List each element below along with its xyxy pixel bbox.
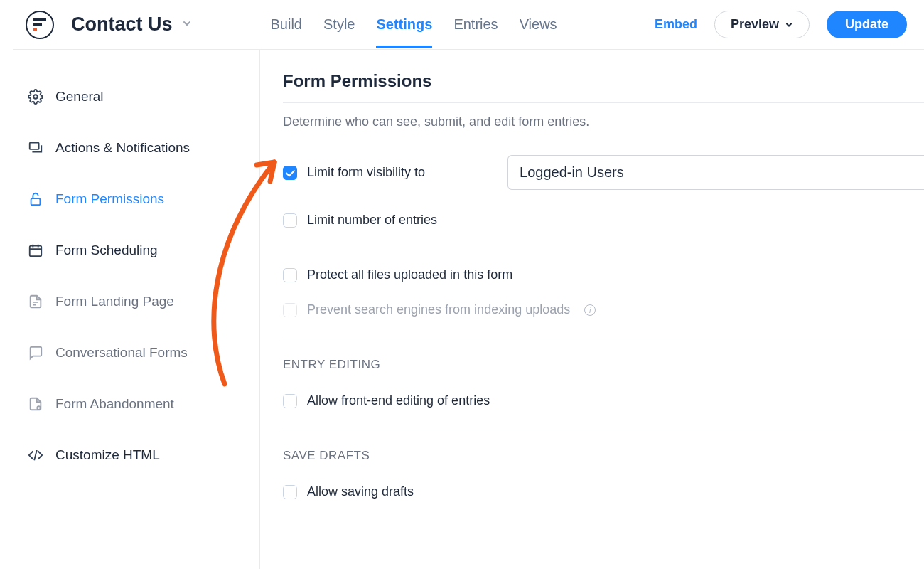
top-actions: Embed Preview Update [655,11,907,38]
sidebar-item-label: Conversational Forms [55,345,188,361]
allow-drafts-checkbox[interactable] [283,485,297,499]
lock-icon [27,191,44,207]
sidebar-item-abandonment[interactable]: Form Abandonment [13,378,259,430]
app-logo-icon [26,11,54,39]
calendar-icon [27,243,44,258]
tab-build[interactable]: Build [271,2,302,47]
svg-rect-6 [30,246,42,257]
svg-point-7 [37,406,41,410]
tab-entries[interactable]: Entries [453,2,498,47]
form-exit-icon [27,396,44,412]
preview-label: Preview [731,17,779,32]
sidebar-item-landing-page[interactable]: Form Landing Page [13,276,259,327]
protect-files-checkbox[interactable] [283,268,297,282]
embed-link[interactable]: Embed [655,17,697,32]
svg-rect-1 [33,23,42,26]
sidebar-item-general[interactable]: General [13,71,259,122]
sidebar-item-label: Form Permissions [55,191,164,207]
chat-icon [27,345,44,361]
panel-description: Determine who can see, submit, and edit … [283,115,924,129]
tab-style[interactable]: Style [323,2,355,47]
limit-entries-label: Limit number of entries [307,213,437,228]
gear-icon [27,89,44,105]
limit-visibility-row: Limit form visibility to Logged-in Users [283,155,924,190]
allow-front-end-label: Allow front-end editing of entries [307,393,490,408]
prevent-indexing-row: Prevent search engines from indexing upl… [283,302,924,317]
limit-entries-checkbox[interactable] [283,213,297,228]
sidebar-item-conversational[interactable]: Conversational Forms [13,327,259,378]
entry-editing-heading: ENTRY EDITING [283,358,924,372]
svg-rect-5 [31,198,41,205]
limit-visibility-checkbox[interactable] [283,166,297,180]
limit-entries-row: Limit number of entries [283,213,924,228]
save-drafts-heading: SAVE DRAFTS [283,449,924,463]
info-icon[interactable]: i [584,304,596,316]
sidebar-item-label: General [55,89,104,105]
sidebar-item-permissions[interactable]: Form Permissions [13,174,259,225]
chevron-down-icon [785,21,793,29]
tab-settings[interactable]: Settings [376,2,432,48]
allow-front-end-row: Allow front-end editing of entries [283,393,924,408]
protect-files-label: Protect all files uploaded in this form [307,267,512,282]
visibility-select[interactable]: Logged-in Users [507,155,924,190]
save-drafts-section: SAVE DRAFTS Allow saving drafts [283,430,924,499]
sidebar-item-label: Form Scheduling [55,243,158,258]
tab-views[interactable]: Views [520,2,557,47]
code-icon [27,447,44,463]
sidebar-item-label: Actions & Notifications [55,140,190,156]
svg-point-3 [33,95,38,99]
sidebar-item-label: Form Abandonment [55,396,174,412]
prevent-indexing-checkbox[interactable] [283,303,297,317]
sidebar-item-label: Form Landing Page [55,294,174,309]
stack-icon [27,140,44,156]
allow-drafts-row: Allow saving drafts [283,484,924,499]
entry-editing-section: ENTRY EDITING Allow front-end editing of… [283,339,924,408]
page-icon [27,294,44,309]
panel-title: Form Permissions [283,71,924,103]
chevron-down-icon[interactable] [181,18,193,32]
allow-front-end-checkbox[interactable] [283,394,297,408]
preview-button[interactable]: Preview [714,11,810,38]
limit-visibility-label: Limit form visibility to [307,165,425,180]
top-bar: Contact Us Build Style Settings Entries … [13,0,924,50]
sidebar-item-customize-html[interactable]: Customize HTML [13,430,259,481]
form-title[interactable]: Contact Us [71,14,173,36]
settings-sidebar: General Actions & Notifications Form Per… [13,50,260,569]
svg-rect-2 [33,28,37,31]
settings-panel: Form Permissions Determine who can see, … [260,50,924,569]
protect-files-row: Protect all files uploaded in this form [283,267,924,282]
main-tabs: Build Style Settings Entries Views [271,0,557,49]
update-button[interactable]: Update [827,11,907,38]
sidebar-item-label: Customize HTML [55,447,160,463]
sidebar-item-scheduling[interactable]: Form Scheduling [13,225,259,276]
prevent-indexing-label: Prevent search engines from indexing upl… [307,302,570,317]
svg-rect-0 [33,18,46,21]
sidebar-item-actions[interactable]: Actions & Notifications [13,122,259,174]
allow-drafts-label: Allow saving drafts [307,484,414,499]
svg-rect-4 [30,143,39,149]
